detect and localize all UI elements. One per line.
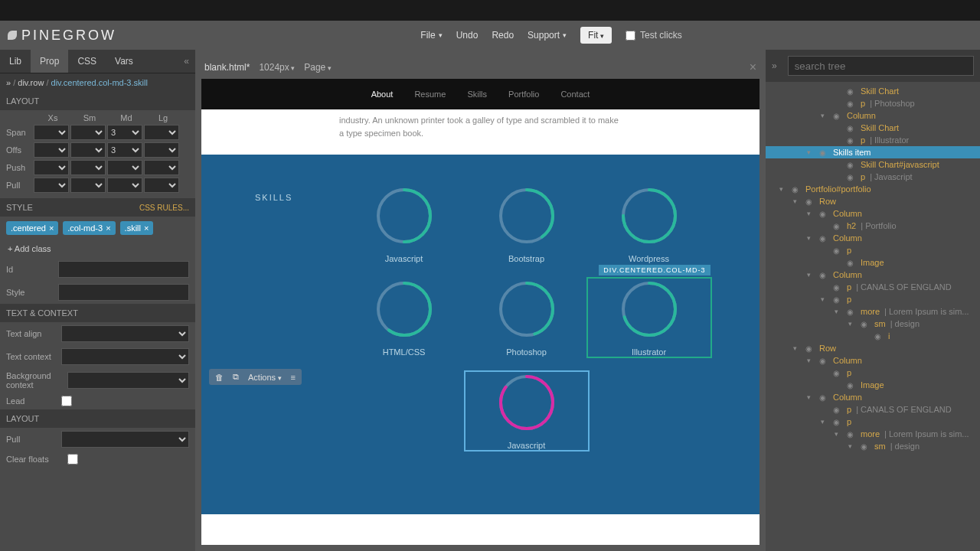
add-class-button[interactable]: + Add class: [0, 240, 195, 258]
visibility-icon[interactable]: ◉: [847, 430, 856, 439]
style-input[interactable]: [58, 284, 189, 301]
breadcrumb-row[interactable]: div.row: [18, 78, 44, 87]
visibility-icon[interactable]: ◉: [833, 112, 842, 120]
copy-icon[interactable]: ⧉: [233, 372, 239, 382]
visibility-icon[interactable]: ◉: [847, 136, 856, 145]
tree-toggle-icon[interactable]: ▾: [807, 357, 815, 364]
lead-checkbox[interactable]: [61, 396, 72, 406]
visibility-icon[interactable]: ◉: [819, 234, 828, 243]
tree-row[interactable]: ▾◉Column: [766, 232, 980, 244]
skill-item[interactable]: Photoshop: [466, 279, 588, 357]
tree-toggle-icon[interactable]: ▾: [779, 185, 787, 193]
tree-toggle-icon[interactable]: ▾: [807, 393, 815, 401]
visibility-icon[interactable]: ◉: [819, 210, 828, 218]
visibility-icon[interactable]: ◉: [847, 259, 856, 267]
skill-item[interactable]: Bootstrap: [466, 185, 588, 263]
tree-toggle-icon[interactable]: ▾: [793, 344, 801, 352]
tree-row[interactable]: ◉p | Illustrator: [766, 134, 980, 146]
tree-row[interactable]: ▾◉Portfolio#portfolio: [766, 183, 980, 195]
pull-select[interactable]: [61, 431, 189, 448]
canvas-viewport[interactable]: AboutResumeSkillsPortfolioContact indust…: [201, 79, 760, 545]
nav-link[interactable]: Skills: [467, 90, 487, 99]
menu-icon[interactable]: ≡: [291, 373, 296, 382]
remove-tag-icon[interactable]: ×: [144, 223, 149, 233]
visibility-icon[interactable]: ◉: [847, 173, 856, 181]
grid-select[interactable]: 3: [107, 142, 142, 158]
canvas-width[interactable]: 1024px: [259, 62, 295, 73]
tree-row[interactable]: ▾◉p: [766, 293, 980, 305]
visibility-icon[interactable]: ◉: [833, 406, 842, 414]
visibility-icon[interactable]: ◉: [833, 418, 842, 426]
tree-row[interactable]: ▾◉Column: [766, 207, 980, 220]
id-input[interactable]: [58, 261, 189, 278]
tree-row[interactable]: ◉Skill Chart: [766, 122, 980, 134]
tab-lib[interactable]: Lib: [0, 50, 31, 73]
tree-toggle-icon[interactable]: ▾: [821, 295, 828, 303]
tree-row[interactable]: ◉p | Photoshop: [766, 97, 980, 109]
tree-row[interactable]: ◉i: [766, 330, 980, 342]
visibility-icon[interactable]: ◉: [833, 369, 842, 377]
search-tree-input[interactable]: [788, 56, 974, 76]
visibility-icon[interactable]: ◉: [847, 308, 856, 316]
visibility-icon[interactable]: ◉: [833, 283, 842, 292]
visibility-icon[interactable]: ◉: [805, 344, 815, 353]
class-tag[interactable]: .skill ×: [120, 221, 154, 235]
test-clicks-toggle[interactable]: Test clicks: [626, 30, 682, 41]
tree-row[interactable]: ▾◉Column: [766, 391, 980, 403]
grid-select[interactable]: [107, 178, 142, 193]
file-menu[interactable]: File: [420, 30, 442, 41]
fit-button[interactable]: Fit: [580, 27, 612, 44]
tree-row[interactable]: ▾◉Column: [766, 109, 980, 122]
tree-row[interactable]: ◉p | CANALS OF ENGLAND: [766, 403, 980, 416]
grid-select[interactable]: 3: [107, 125, 142, 140]
tree-row[interactable]: ▾◉more | Lorem Ipsum is sim...: [766, 305, 980, 318]
clear-floats-checkbox[interactable]: [67, 454, 78, 465]
undo-button[interactable]: Undo: [456, 30, 479, 41]
class-tag[interactable]: .centered ×: [6, 221, 58, 235]
tree-row[interactable]: ▾◉sm | design: [766, 318, 980, 330]
tree-toggle-icon[interactable]: ▾: [807, 148, 815, 156]
nav-link[interactable]: Resume: [414, 90, 446, 99]
tree-toggle-icon[interactable]: ▾: [835, 308, 842, 315]
css-rules-link[interactable]: CSS RULES...: [139, 204, 189, 212]
tree-row[interactable]: ◉h2 | Portfolio: [766, 220, 980, 232]
canvas-filename[interactable]: blank.html*: [204, 62, 250, 73]
tree-toggle-icon[interactable]: ▾: [807, 210, 815, 217]
tree-toggle-icon[interactable]: ▾: [848, 320, 856, 328]
remove-tag-icon[interactable]: ×: [106, 223, 110, 233]
visibility-icon[interactable]: ◉: [847, 381, 856, 390]
test-clicks-checkbox[interactable]: [626, 31, 635, 41]
grid-select[interactable]: [70, 160, 106, 175]
tree-row[interactable]: ◉Image: [766, 256, 980, 269]
tree-toggle-icon[interactable]: ▾: [807, 234, 815, 242]
close-icon[interactable]: ×: [750, 60, 756, 74]
visibility-icon[interactable]: ◉: [861, 320, 870, 328]
skill-item[interactable]: HTML/CSS: [343, 279, 466, 357]
redo-button[interactable]: Redo: [492, 30, 514, 41]
grid-select[interactable]: [144, 178, 179, 193]
tree-toggle-icon[interactable]: ▾: [848, 442, 856, 450]
visibility-icon[interactable]: ◉: [819, 148, 828, 157]
visibility-icon[interactable]: ◉: [874, 332, 884, 341]
skill-item[interactable]: DIV.CENTERED.COL-MD-3Illustrator: [588, 279, 710, 357]
nav-link[interactable]: Portfolio: [508, 90, 539, 99]
grid-select[interactable]: [34, 125, 69, 140]
tree-row[interactable]: ◉p: [766, 244, 980, 256]
canvas-page-menu[interactable]: Page: [304, 62, 332, 73]
trash-icon[interactable]: 🗑: [215, 373, 224, 382]
expand-right-icon[interactable]: »: [772, 60, 777, 71]
collapse-left-icon[interactable]: «: [184, 56, 189, 67]
tree-row[interactable]: ◉Image: [766, 379, 980, 391]
grid-select[interactable]: [144, 142, 179, 158]
nav-link[interactable]: Contact: [560, 90, 590, 99]
grid-select[interactable]: [70, 125, 106, 140]
tree-toggle-icon[interactable]: ▾: [793, 197, 801, 205]
grid-select[interactable]: [70, 142, 106, 158]
tree-row[interactable]: ▾◉sm | design: [766, 440, 980, 452]
visibility-icon[interactable]: ◉: [847, 87, 856, 96]
tree-row[interactable]: ▾◉Skills item: [766, 146, 980, 158]
tree-row[interactable]: ◉p | Javascript: [766, 171, 980, 183]
grid-select[interactable]: [144, 125, 179, 140]
tree-row[interactable]: ▾◉Column: [766, 269, 980, 281]
remove-tag-icon[interactable]: ×: [49, 223, 54, 233]
